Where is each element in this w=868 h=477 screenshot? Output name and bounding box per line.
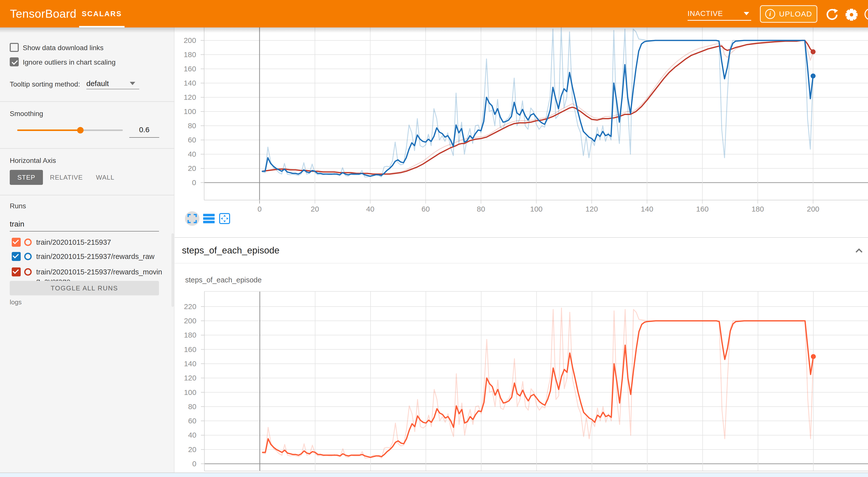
app-header: TensorBoard SCALARS INACTIVE i UPLOAD xyxy=(0,0,868,27)
svg-text:160: 160 xyxy=(184,65,196,73)
svg-text:80: 80 xyxy=(477,205,485,213)
toggle-all-runs-button[interactable]: TOGGLE ALL RUNS xyxy=(10,281,159,295)
run-checkbox[interactable] xyxy=(12,238,21,247)
svg-text:60: 60 xyxy=(422,205,430,213)
show-download-links-checkbox[interactable] xyxy=(10,43,19,52)
chevron-down-icon xyxy=(744,12,749,15)
run-label: train/20201015-215937 xyxy=(36,238,162,247)
show-download-links-label: Show data download links xyxy=(23,44,103,52)
svg-text:180: 180 xyxy=(751,205,764,213)
svg-text:140: 140 xyxy=(184,359,196,368)
divider xyxy=(0,195,175,195)
data-table-icon[interactable] xyxy=(203,214,215,224)
svg-text:20: 20 xyxy=(188,445,196,453)
runs-title: Runs xyxy=(10,202,26,210)
svg-text:200: 200 xyxy=(184,36,196,44)
divider xyxy=(0,148,175,149)
svg-text:20: 20 xyxy=(311,205,319,213)
chart-card-title: steps_of_each_episode xyxy=(185,276,261,284)
axis-wall-button[interactable]: WALL xyxy=(91,170,120,185)
rewards-chart[interactable]: 0204060801001201401601802000204060801001… xyxy=(175,27,868,237)
active-tab-underline xyxy=(79,26,125,27)
sidebar-scrollbar[interactable] xyxy=(172,233,174,307)
tag-section-header[interactable]: steps_of_each_episode xyxy=(175,237,868,263)
svg-text:200: 200 xyxy=(807,205,819,213)
svg-text:40: 40 xyxy=(188,150,196,158)
run-checkbox[interactable] xyxy=(12,267,21,277)
smoothing-label: Smoothing xyxy=(10,110,43,118)
svg-text:60: 60 xyxy=(188,136,196,144)
svg-text:120: 120 xyxy=(184,93,196,101)
fit-domain-icon[interactable] xyxy=(219,213,230,224)
axis-step-button[interactable]: STEP xyxy=(10,170,43,185)
run-filter-input[interactable] xyxy=(10,217,159,231)
ignore-outliers-label: Ignore outliers in chart scaling xyxy=(23,58,116,66)
svg-text:120: 120 xyxy=(586,205,598,213)
svg-text:40: 40 xyxy=(188,431,196,439)
horizontal-axis-label: Horizontal Axis xyxy=(10,157,56,165)
svg-text:0: 0 xyxy=(192,459,196,468)
svg-text:60: 60 xyxy=(188,417,196,425)
horizontal-scrollbar[interactable] xyxy=(0,473,868,477)
svg-text:100: 100 xyxy=(184,107,196,116)
tag-section-title: steps_of_each_episode xyxy=(182,245,280,256)
svg-text:160: 160 xyxy=(696,205,709,213)
collapse-chevron-icon[interactable] xyxy=(855,246,864,255)
tab-scalars[interactable]: SCALARS xyxy=(79,0,125,27)
tooltip-sorting-select[interactable]: default xyxy=(86,80,109,88)
upload-button[interactable]: i UPLOAD xyxy=(760,5,817,23)
app-logo: TensorBoard xyxy=(10,0,76,27)
svg-text:220: 220 xyxy=(184,303,196,311)
svg-text:40: 40 xyxy=(366,205,374,213)
svg-text:140: 140 xyxy=(641,205,653,213)
run-label: train/20201015-215937/rewards_raw xyxy=(36,252,162,261)
run-color-swatch xyxy=(24,268,32,276)
svg-text:160: 160 xyxy=(184,345,196,353)
smoothing-slider[interactable] xyxy=(17,129,123,131)
smoothing-value-underline xyxy=(129,137,159,138)
svg-text:80: 80 xyxy=(188,122,196,130)
svg-text:80: 80 xyxy=(188,403,196,411)
svg-text:100: 100 xyxy=(530,205,542,213)
tooltip-sorting-label: Tooltip sorting method: xyxy=(10,80,80,88)
tab-scalars-label: SCALARS xyxy=(82,10,122,18)
steps-chart[interactable]: 020406080100120140160180200220 xyxy=(175,291,868,473)
refresh-icon[interactable] xyxy=(826,8,839,21)
run-color-swatch xyxy=(24,238,32,246)
chevron-down-icon[interactable] xyxy=(130,82,135,85)
tooltip-sorting-underline xyxy=(86,89,139,89)
upload-button-label: UPLOAD xyxy=(779,10,812,18)
smoothing-slider-thumb[interactable] xyxy=(77,127,84,133)
divider xyxy=(0,101,175,102)
svg-text:200: 200 xyxy=(184,317,196,325)
gear-icon[interactable] xyxy=(845,8,858,21)
smoothing-slider-fill xyxy=(17,129,80,131)
tensorboard-app: TensorBoard SCALARS INACTIVE i UPLOAD xyxy=(0,0,868,477)
svg-text:180: 180 xyxy=(184,331,196,339)
status-dropdown-underline xyxy=(688,20,751,21)
settings-sidebar: Show data download links Ignore outliers… xyxy=(0,27,175,473)
svg-text:180: 180 xyxy=(184,51,196,59)
axis-relative-button[interactable]: RELATIVE xyxy=(49,170,84,185)
svg-text:20: 20 xyxy=(188,164,196,172)
svg-text:0: 0 xyxy=(257,205,262,213)
logs-label: logs xyxy=(10,298,22,306)
svg-text:0: 0 xyxy=(192,179,196,187)
run-checkbox[interactable] xyxy=(12,252,21,261)
svg-text:100: 100 xyxy=(184,388,196,396)
info-icon: i xyxy=(765,9,775,19)
svg-text:120: 120 xyxy=(184,374,196,382)
status-dropdown-value: INACTIVE xyxy=(688,9,723,18)
svg-text:140: 140 xyxy=(184,79,196,87)
ignore-outliers-checkbox[interactable] xyxy=(10,57,19,66)
status-dropdown[interactable]: INACTIVE xyxy=(688,0,751,27)
expand-chart-icon[interactable] xyxy=(187,214,197,223)
run-color-swatch xyxy=(24,253,32,260)
help-icon[interactable] xyxy=(865,8,868,20)
smoothing-value-field[interactable]: 0.6 xyxy=(129,126,159,134)
